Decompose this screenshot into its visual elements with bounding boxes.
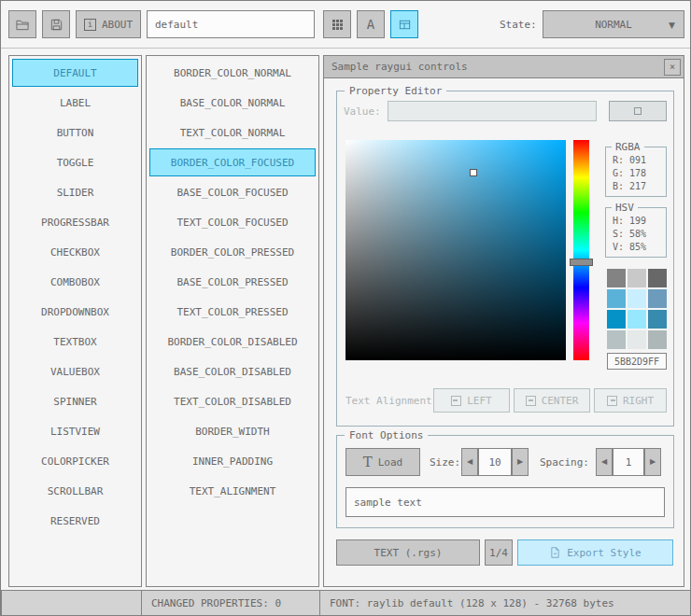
list-item-slider[interactable]: SLIDER bbox=[12, 178, 138, 206]
list-item-text_color_disabled[interactable]: TEXT_COLOR_DISABLED bbox=[149, 387, 316, 415]
palette-swatch[interactable] bbox=[628, 269, 646, 287]
palette-swatch[interactable] bbox=[607, 289, 626, 308]
list-item-valuebox[interactable]: VALUEBOX bbox=[12, 357, 138, 385]
spacing-value-box[interactable]: 1 bbox=[613, 448, 644, 476]
palette-swatch[interactable] bbox=[628, 330, 646, 349]
list-item-base_color_focused[interactable]: BASE_COLOR_FOCUSED bbox=[149, 178, 316, 206]
list-item-base_color_disabled[interactable]: BASE_COLOR_DISABLED bbox=[149, 357, 316, 385]
sample-controls-window: Sample raygui controls × Property Editor… bbox=[323, 55, 684, 587]
style-name-input[interactable] bbox=[147, 10, 315, 38]
palette-swatch[interactable] bbox=[648, 310, 667, 329]
list-item-text_color_focused[interactable]: TEXT_COLOR_FOCUSED bbox=[149, 208, 316, 236]
spacing-decrement-button[interactable]: ◀ bbox=[596, 448, 613, 476]
palette-swatch[interactable] bbox=[607, 330, 626, 349]
rgba-group-label: RGBA bbox=[612, 141, 644, 153]
list-item-base_color_normal[interactable]: BASE_COLOR_NORMAL bbox=[149, 89, 316, 117]
list-item-border_width[interactable]: BORDER_WIDTH bbox=[149, 417, 316, 445]
align-right-button: RIGHT bbox=[594, 388, 667, 413]
size-increment-button[interactable]: ▶ bbox=[512, 448, 529, 476]
sv-cursor[interactable] bbox=[470, 169, 477, 176]
left-arrow-icon: ◀ bbox=[601, 458, 607, 466]
list-item-button[interactable]: BUTTON bbox=[12, 119, 138, 147]
folder-open-icon bbox=[15, 18, 30, 32]
sample-text-input[interactable] bbox=[346, 487, 665, 517]
rgba-group: RGBA R: 091 G: 178 B: 217 bbox=[605, 147, 667, 197]
controls-list: DEFAULTLABELBUTTONTOGGLESLIDERPROGRESSBA… bbox=[8, 55, 142, 587]
palette-swatch[interactable] bbox=[648, 289, 667, 308]
palette-swatch[interactable] bbox=[648, 269, 667, 287]
font-settings-button[interactable]: A bbox=[357, 10, 385, 38]
hsv-group: HSV H: 199 S: 58% V: 85% bbox=[605, 207, 667, 258]
properties-list: BORDER_COLOR_NORMALBASE_COLOR_NORMALTEXT… bbox=[146, 55, 319, 587]
align-left-label: LEFT bbox=[467, 395, 492, 407]
property-editor-group-label: Property Editor bbox=[345, 85, 446, 97]
save-style-button[interactable] bbox=[42, 10, 70, 38]
list-item-combobox[interactable]: COMBOBOX bbox=[12, 268, 138, 296]
sv-panel[interactable] bbox=[346, 140, 566, 360]
font-load-label: Load bbox=[378, 456, 403, 469]
changed-properties-text: CHANGED PROPERTIES: 0 bbox=[151, 597, 281, 609]
control-editor-button[interactable] bbox=[390, 10, 418, 38]
list-item-inner_padding[interactable]: INNER_PADDING bbox=[149, 447, 316, 475]
font-T-icon: T bbox=[363, 455, 373, 469]
toolbar-divider bbox=[1, 48, 691, 49]
hex-value-box[interactable]: 5BB2D9FF bbox=[607, 353, 667, 370]
palette-swatch[interactable] bbox=[607, 310, 626, 329]
font-info-text: FONT: raylib default (128 x 128) - 32768… bbox=[330, 597, 614, 609]
size-value-box[interactable]: 10 bbox=[478, 448, 512, 476]
export-file-icon bbox=[549, 546, 561, 559]
list-item-border_color_disabled[interactable]: BORDER_COLOR_DISABLED bbox=[149, 328, 316, 356]
about-button[interactable]: i ABOUT bbox=[76, 10, 141, 38]
hue-bar[interactable] bbox=[573, 140, 589, 360]
close-icon: × bbox=[670, 62, 675, 72]
window-title: Sample raygui controls bbox=[331, 61, 468, 73]
export-format-button[interactable]: TEXT (.rgs) bbox=[336, 539, 480, 566]
size-decrement-button[interactable]: ◀ bbox=[461, 448, 478, 476]
font-load-button[interactable]: T Load bbox=[346, 448, 420, 476]
list-item-text_color_pressed[interactable]: TEXT_COLOR_PRESSED bbox=[149, 298, 316, 326]
list-item-listview[interactable]: LISTVIEW bbox=[12, 417, 138, 445]
window-table-icon bbox=[398, 18, 412, 32]
export-page-button[interactable]: 1/4 bbox=[485, 539, 513, 566]
align-center-icon bbox=[526, 396, 536, 406]
palette-swatch[interactable] bbox=[628, 310, 646, 329]
palette-swatch[interactable] bbox=[628, 289, 646, 308]
list-item-scrollbar[interactable]: SCROLLBAR bbox=[12, 477, 138, 505]
text-alignment-label: Text Alignment: bbox=[346, 395, 438, 407]
list-item-default[interactable]: DEFAULT bbox=[12, 59, 138, 87]
window-titlebar[interactable]: Sample raygui controls × bbox=[324, 56, 684, 78]
list-item-textbox[interactable]: TEXTBOX bbox=[12, 328, 138, 356]
font-spacing-label: Spacing: bbox=[540, 456, 589, 469]
rgba-values: R: 091 G: 178 B: 217 bbox=[613, 155, 646, 191]
list-item-label[interactable]: LABEL bbox=[12, 89, 138, 117]
palette-swatch[interactable] bbox=[607, 269, 626, 287]
spacing-increment-button[interactable]: ▶ bbox=[644, 448, 661, 476]
align-right-icon bbox=[607, 396, 617, 406]
hue-handle[interactable] bbox=[570, 259, 593, 266]
list-item-border_color_focused[interactable]: BORDER_COLOR_FOCUSED bbox=[149, 148, 316, 176]
close-button[interactable]: × bbox=[664, 59, 681, 76]
style-color-palette bbox=[607, 269, 667, 349]
list-item-text_color_normal[interactable]: TEXT_COLOR_NORMAL bbox=[149, 119, 316, 147]
list-item-toggle[interactable]: TOGGLE bbox=[12, 148, 138, 176]
list-item-spinner[interactable]: SPINNER bbox=[12, 387, 138, 415]
list-item-reserved[interactable]: RESERVED bbox=[12, 507, 138, 535]
left-arrow-icon: ◀ bbox=[467, 458, 472, 466]
value-input bbox=[388, 101, 597, 121]
list-item-border_color_pressed[interactable]: BORDER_COLOR_PRESSED bbox=[149, 238, 316, 266]
right-arrow-icon: ▶ bbox=[517, 458, 523, 466]
list-item-text_alignment[interactable]: TEXT_ALIGNMENT bbox=[149, 477, 316, 505]
state-dropdown[interactable]: NORMAL ▼ bbox=[543, 10, 684, 38]
list-item-progressbar[interactable]: PROGRESSBAR bbox=[12, 208, 138, 236]
list-item-border_color_normal[interactable]: BORDER_COLOR_NORMAL bbox=[149, 59, 316, 87]
export-style-button[interactable]: Export Style bbox=[517, 539, 673, 566]
list-item-dropdownbox[interactable]: DROPDOWNBOX bbox=[12, 298, 138, 326]
list-item-base_color_pressed[interactable]: BASE_COLOR_PRESSED bbox=[149, 268, 316, 296]
open-style-button[interactable] bbox=[8, 10, 36, 38]
list-item-colorpicker[interactable]: COLORPICKER bbox=[12, 447, 138, 475]
list-item-checkbox[interactable]: CHECKBOX bbox=[12, 238, 138, 266]
statusbar-changed-properties: CHANGED PROPERTIES: 0 bbox=[141, 590, 320, 616]
palette-swatch[interactable] bbox=[648, 330, 667, 349]
style-table-button[interactable] bbox=[323, 10, 351, 38]
align-right-label: RIGHT bbox=[623, 395, 654, 407]
